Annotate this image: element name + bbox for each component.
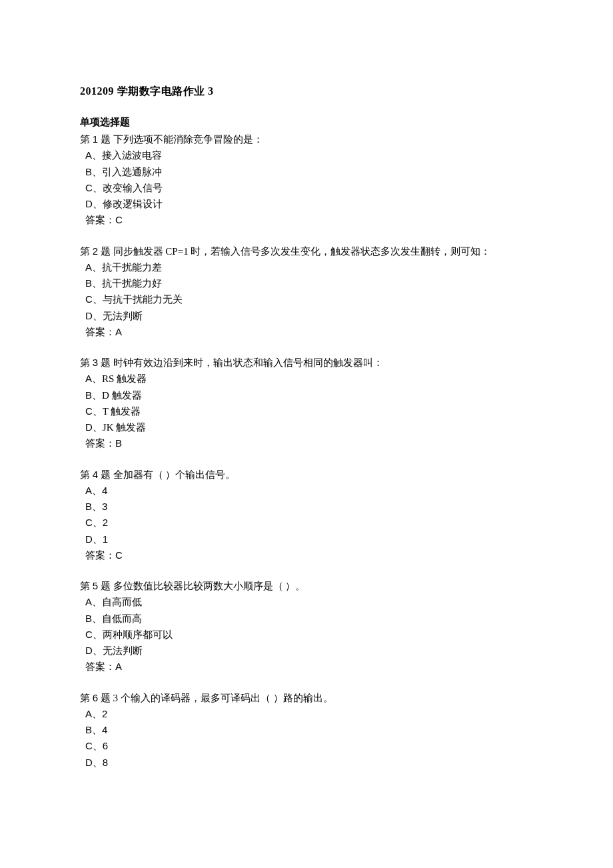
option: B、自低而高	[80, 611, 533, 627]
option-text: T 触发器	[103, 406, 141, 417]
option-letter: A	[85, 485, 92, 496]
option: A、4	[80, 483, 533, 499]
option-letter: C	[85, 629, 93, 640]
option-sep: 、	[92, 262, 102, 273]
question-block: 第 2 题 同步触发器 CP=1 时，若输入信号多次发生变化，触发器状态多次发生…	[80, 243, 533, 341]
question-block: 第 4 题 全加器有（ ）个输出信号。 A、4 B、3 C、2 D、1 答案：C	[80, 467, 533, 564]
option-text: 自高而低	[102, 597, 142, 607]
option-letter: A	[85, 708, 92, 719]
option-sep: 、	[92, 390, 102, 401]
option: B、D 触发器	[80, 387, 533, 403]
option-text: 无法判断	[103, 311, 143, 321]
option-text: 4	[102, 485, 107, 496]
option-sep: 、	[93, 294, 103, 305]
q-text: 下列选项不能消除竞争冒险的是：	[113, 134, 263, 145]
option-text: 无法判断	[103, 645, 143, 656]
option: D、无法判断	[80, 643, 533, 659]
option-letter: B	[85, 277, 92, 289]
q-suffix: 题	[98, 134, 113, 145]
option-letter: A	[85, 596, 92, 607]
option-text: 修改逻辑设计	[103, 199, 163, 209]
option: A、RS 触发器	[80, 371, 533, 387]
option-sep: 、	[92, 725, 102, 735]
option-text: 3	[102, 501, 107, 512]
q-suffix: 题	[98, 581, 113, 591]
option: A、接入滤波电容	[80, 147, 533, 163]
option: C、T 触发器	[80, 403, 533, 419]
question-stem: 第 5 题 多位数值比较器比较两数大小顺序是（ ）。	[80, 578, 533, 594]
option-text: 1	[103, 533, 108, 545]
option-letter: A	[85, 373, 92, 384]
option-text: 抗干扰能力好	[102, 278, 162, 289]
option: C、改变输入信号	[80, 180, 533, 196]
option-sep: 、	[93, 741, 103, 751]
option-text: 2	[103, 517, 108, 528]
option: B、4	[80, 722, 533, 738]
option-letter: C	[85, 405, 93, 417]
question-stem: 第 3 题 时钟有效边沿到来时，输出状态和输入信号相同的触发器叫：	[80, 355, 533, 371]
q-text: 同步触发器 CP=1 时，若输入信号多次发生变化，触发器状态多次发生翻转，则可知…	[113, 246, 491, 257]
q-suffix: 题	[98, 693, 113, 703]
q-number: 6	[93, 692, 98, 703]
question-stem: 第 4 题 全加器有（ ）个输出信号。	[80, 467, 533, 483]
answer-value: C	[115, 549, 123, 561]
option-sep: 、	[93, 311, 103, 321]
option-sep: 、	[92, 485, 102, 496]
option-sep: 、	[92, 278, 102, 289]
option: D、修改逻辑设计	[80, 196, 533, 212]
option-sep: 、	[92, 613, 102, 624]
option-sep: 、	[93, 629, 103, 640]
option-sep: 、	[92, 150, 102, 161]
option-text: 抗干扰能力差	[102, 262, 162, 273]
option-text: 4	[102, 724, 107, 735]
answer-label: 答案：	[85, 215, 115, 225]
option-text: 6	[103, 740, 108, 751]
option-text: D 触发器	[102, 390, 142, 401]
q-suffix: 题	[98, 357, 113, 368]
option-sep: 、	[92, 501, 102, 512]
option-sep: 、	[93, 757, 103, 768]
option-text: JK 触发器	[103, 422, 146, 433]
q-prefix: 第	[80, 357, 93, 368]
answer-line: 答案：C	[80, 212, 533, 228]
option-letter: B	[85, 724, 92, 735]
question-block: 第 5 题 多位数值比较器比较两数大小顺序是（ ）。 A、自高而低 B、自低而高…	[80, 578, 533, 675]
option-sep: 、	[93, 183, 103, 193]
option: C、与抗干扰能力无关	[80, 291, 533, 307]
option: B、引入选通脉冲	[80, 164, 533, 180]
option-letter: A	[85, 149, 92, 161]
option-sep: 、	[93, 422, 103, 433]
q-suffix: 题	[98, 246, 113, 257]
answer-line: 答案：C	[80, 547, 533, 563]
question-block: 第 6 题 3 个输入的译码器，最多可译码出（ ）路的输出。 A、2 B、4 C…	[80, 690, 533, 771]
section-heading: 单项选择题	[80, 115, 533, 130]
option-letter: C	[85, 293, 93, 305]
option-letter: C	[85, 517, 93, 528]
option-letter: D	[85, 533, 93, 545]
answer-value: C	[115, 214, 123, 225]
option-letter: B	[85, 613, 92, 624]
option-text: 自低而高	[102, 613, 142, 624]
question-block: 第 1 题 下列选项不能消除竞争冒险的是： A、接入滤波电容 B、引入选通脉冲 …	[80, 131, 533, 229]
option: D、无法判断	[80, 308, 533, 324]
option-letter: D	[85, 310, 93, 321]
option: A、自高而低	[80, 594, 533, 610]
option: C、6	[80, 738, 533, 754]
option-sep: 、	[93, 517, 103, 528]
page-title: 201209 学期数字电路作业 3	[80, 83, 533, 100]
option-sep: 、	[93, 199, 103, 209]
option: C、2	[80, 515, 533, 531]
question-block: 第 3 题 时钟有效边沿到来时，输出状态和输入信号相同的触发器叫： A、RS 触…	[80, 355, 533, 452]
answer-value: A	[115, 661, 122, 672]
option-text: RS 触发器	[102, 373, 147, 384]
answer-label: 答案：	[85, 661, 115, 672]
option-letter: C	[85, 740, 93, 751]
option-sep: 、	[93, 406, 103, 417]
answer-line: 答案：B	[80, 435, 533, 451]
option-sep: 、	[92, 373, 102, 384]
answer-label: 答案：	[85, 327, 115, 337]
q-number: 1	[93, 133, 98, 145]
option-text: 两种顺序都可以	[103, 629, 173, 640]
option: B、抗干扰能力好	[80, 275, 533, 291]
answer-value: B	[115, 437, 122, 449]
